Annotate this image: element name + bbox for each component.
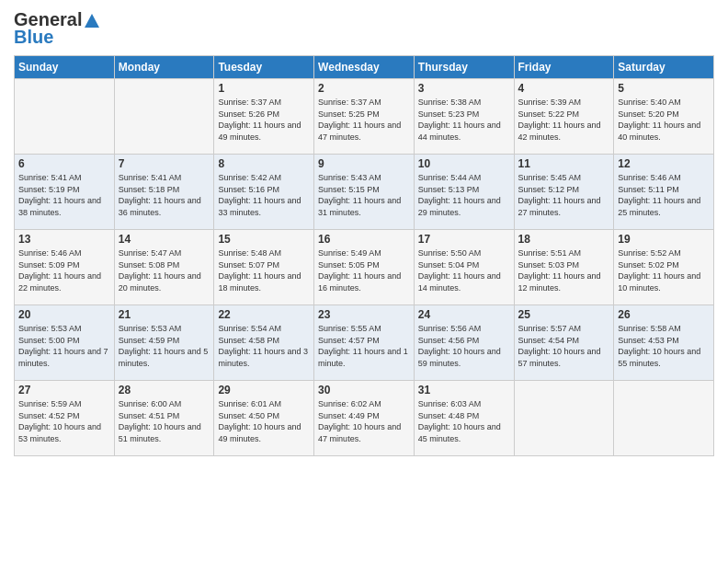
calendar-cell: 7Sunrise: 5:41 AM Sunset: 5:18 PM Daylig… bbox=[114, 155, 214, 230]
day-number: 21 bbox=[119, 308, 210, 321]
day-number: 20 bbox=[18, 308, 110, 321]
calendar-cell: 15Sunrise: 5:48 AM Sunset: 5:07 PM Dayli… bbox=[214, 230, 314, 305]
calendar-cell bbox=[15, 79, 115, 155]
cell-content: Sunrise: 5:49 AM Sunset: 5:05 PM Dayligh… bbox=[318, 247, 410, 293]
calendar-table: SundayMondayTuesdayWednesdayThursdayFrid… bbox=[14, 55, 714, 456]
calendar-cell: 30Sunrise: 6:02 AM Sunset: 4:49 PM Dayli… bbox=[314, 381, 415, 456]
week-row-3: 13Sunrise: 5:46 AM Sunset: 5:09 PM Dayli… bbox=[15, 230, 714, 305]
week-row-4: 20Sunrise: 5:53 AM Sunset: 5:00 PM Dayli… bbox=[15, 305, 714, 381]
cell-content: Sunrise: 5:47 AM Sunset: 5:08 PM Dayligh… bbox=[119, 247, 210, 293]
cell-content: Sunrise: 5:50 AM Sunset: 5:04 PM Dayligh… bbox=[418, 247, 510, 293]
week-row-1: 1Sunrise: 5:37 AM Sunset: 5:26 PM Daylig… bbox=[15, 79, 714, 155]
calendar-cell bbox=[614, 381, 714, 456]
cell-content: Sunrise: 5:48 AM Sunset: 5:07 PM Dayligh… bbox=[218, 247, 310, 293]
cell-content: Sunrise: 5:54 AM Sunset: 4:58 PM Dayligh… bbox=[218, 323, 310, 369]
cell-content: Sunrise: 6:03 AM Sunset: 4:48 PM Dayligh… bbox=[418, 398, 510, 444]
week-row-5: 27Sunrise: 5:59 AM Sunset: 4:52 PM Dayli… bbox=[15, 381, 714, 456]
cell-content: Sunrise: 5:53 AM Sunset: 5:00 PM Dayligh… bbox=[18, 323, 110, 369]
day-number: 5 bbox=[618, 82, 710, 95]
logo-triangle-icon bbox=[83, 11, 101, 29]
cell-content: Sunrise: 6:00 AM Sunset: 4:51 PM Dayligh… bbox=[119, 398, 210, 444]
calendar-cell bbox=[114, 79, 214, 155]
calendar-cell: 13Sunrise: 5:46 AM Sunset: 5:09 PM Dayli… bbox=[15, 230, 115, 305]
calendar-cell: 31Sunrise: 6:03 AM Sunset: 4:48 PM Dayli… bbox=[414, 381, 514, 456]
calendar-cell: 19Sunrise: 5:52 AM Sunset: 5:02 PM Dayli… bbox=[614, 230, 714, 305]
calendar-cell: 3Sunrise: 5:38 AM Sunset: 5:23 PM Daylig… bbox=[414, 79, 514, 155]
cell-content: Sunrise: 5:39 AM Sunset: 5:22 PM Dayligh… bbox=[518, 97, 610, 143]
calendar-cell: 9Sunrise: 5:43 AM Sunset: 5:15 PM Daylig… bbox=[314, 155, 415, 230]
day-number: 15 bbox=[218, 233, 310, 246]
calendar-cell: 12Sunrise: 5:46 AM Sunset: 5:11 PM Dayli… bbox=[614, 155, 714, 230]
calendar-cell: 17Sunrise: 5:50 AM Sunset: 5:04 PM Dayli… bbox=[414, 230, 514, 305]
day-number: 23 bbox=[318, 308, 410, 321]
cell-content: Sunrise: 5:46 AM Sunset: 5:11 PM Dayligh… bbox=[618, 172, 710, 218]
day-number: 16 bbox=[318, 233, 410, 246]
calendar-cell: 10Sunrise: 5:44 AM Sunset: 5:13 PM Dayli… bbox=[414, 155, 514, 230]
day-number: 30 bbox=[318, 384, 410, 396]
calendar-cell: 23Sunrise: 5:55 AM Sunset: 4:57 PM Dayli… bbox=[314, 305, 415, 381]
cell-content: Sunrise: 5:53 AM Sunset: 4:59 PM Dayligh… bbox=[119, 323, 210, 369]
calendar-cell: 4Sunrise: 5:39 AM Sunset: 5:22 PM Daylig… bbox=[514, 79, 614, 155]
day-number: 22 bbox=[218, 308, 310, 321]
header: General Blue bbox=[14, 9, 714, 48]
col-header-tuesday: Tuesday bbox=[214, 56, 314, 79]
cell-content: Sunrise: 5:52 AM Sunset: 5:02 PM Dayligh… bbox=[618, 247, 710, 293]
day-number: 8 bbox=[218, 157, 310, 170]
calendar-cell: 27Sunrise: 5:59 AM Sunset: 4:52 PM Dayli… bbox=[15, 381, 115, 456]
day-number: 29 bbox=[218, 384, 310, 396]
day-number: 18 bbox=[518, 233, 610, 246]
svg-marker-0 bbox=[85, 14, 99, 28]
calendar-cell: 1Sunrise: 5:37 AM Sunset: 5:26 PM Daylig… bbox=[214, 79, 314, 155]
day-number: 9 bbox=[318, 157, 410, 170]
cell-content: Sunrise: 5:44 AM Sunset: 5:13 PM Dayligh… bbox=[418, 172, 510, 218]
page-container: General Blue SundayMondayTuesdayWednesda… bbox=[0, 0, 728, 465]
col-header-friday: Friday bbox=[514, 56, 614, 79]
day-number: 3 bbox=[418, 82, 510, 95]
cell-content: Sunrise: 5:55 AM Sunset: 4:57 PM Dayligh… bbox=[318, 323, 410, 369]
cell-content: Sunrise: 6:01 AM Sunset: 4:50 PM Dayligh… bbox=[218, 398, 310, 444]
cell-content: Sunrise: 5:41 AM Sunset: 5:19 PM Dayligh… bbox=[18, 172, 110, 218]
cell-content: Sunrise: 5:45 AM Sunset: 5:12 PM Dayligh… bbox=[518, 172, 610, 218]
day-number: 10 bbox=[418, 157, 510, 170]
cell-content: Sunrise: 5:57 AM Sunset: 4:54 PM Dayligh… bbox=[518, 323, 610, 369]
calendar-cell: 25Sunrise: 5:57 AM Sunset: 4:54 PM Dayli… bbox=[514, 305, 614, 381]
day-number: 7 bbox=[119, 157, 210, 170]
day-number: 11 bbox=[518, 157, 610, 170]
day-number: 31 bbox=[418, 384, 510, 396]
day-number: 4 bbox=[518, 82, 610, 95]
day-number: 17 bbox=[418, 233, 510, 246]
cell-content: Sunrise: 5:37 AM Sunset: 5:26 PM Dayligh… bbox=[218, 97, 310, 143]
col-header-thursday: Thursday bbox=[414, 56, 514, 79]
calendar-cell: 14Sunrise: 5:47 AM Sunset: 5:08 PM Dayli… bbox=[114, 230, 214, 305]
calendar-cell: 28Sunrise: 6:00 AM Sunset: 4:51 PM Dayli… bbox=[114, 381, 214, 456]
cell-content: Sunrise: 5:59 AM Sunset: 4:52 PM Dayligh… bbox=[18, 398, 110, 444]
cell-content: Sunrise: 5:40 AM Sunset: 5:20 PM Dayligh… bbox=[618, 97, 710, 143]
calendar-cell: 8Sunrise: 5:42 AM Sunset: 5:16 PM Daylig… bbox=[214, 155, 314, 230]
day-number: 26 bbox=[618, 308, 710, 321]
logo: General Blue bbox=[14, 9, 102, 48]
calendar-cell bbox=[514, 381, 614, 456]
col-header-monday: Monday bbox=[114, 56, 214, 79]
calendar-cell: 16Sunrise: 5:49 AM Sunset: 5:05 PM Dayli… bbox=[314, 230, 415, 305]
cell-content: Sunrise: 5:58 AM Sunset: 4:53 PM Dayligh… bbox=[618, 323, 710, 369]
col-header-saturday: Saturday bbox=[614, 56, 714, 79]
cell-content: Sunrise: 5:56 AM Sunset: 4:56 PM Dayligh… bbox=[418, 323, 510, 369]
day-number: 6 bbox=[18, 157, 110, 170]
cell-content: Sunrise: 5:41 AM Sunset: 5:18 PM Dayligh… bbox=[119, 172, 210, 218]
calendar-cell: 11Sunrise: 5:45 AM Sunset: 5:12 PM Dayli… bbox=[514, 155, 614, 230]
calendar-cell: 5Sunrise: 5:40 AM Sunset: 5:20 PM Daylig… bbox=[614, 79, 714, 155]
calendar-cell: 26Sunrise: 5:58 AM Sunset: 4:53 PM Dayli… bbox=[614, 305, 714, 381]
logo-blue: Blue bbox=[14, 27, 53, 48]
day-number: 2 bbox=[318, 82, 410, 95]
calendar-cell: 6Sunrise: 5:41 AM Sunset: 5:19 PM Daylig… bbox=[15, 155, 115, 230]
cell-content: Sunrise: 5:43 AM Sunset: 5:15 PM Dayligh… bbox=[318, 172, 410, 218]
cell-content: Sunrise: 5:46 AM Sunset: 5:09 PM Dayligh… bbox=[18, 247, 110, 293]
cell-content: Sunrise: 5:51 AM Sunset: 5:03 PM Dayligh… bbox=[518, 247, 610, 293]
calendar-cell: 2Sunrise: 5:37 AM Sunset: 5:25 PM Daylig… bbox=[314, 79, 415, 155]
col-header-wednesday: Wednesday bbox=[314, 56, 415, 79]
week-row-2: 6Sunrise: 5:41 AM Sunset: 5:19 PM Daylig… bbox=[15, 155, 714, 230]
calendar-cell: 22Sunrise: 5:54 AM Sunset: 4:58 PM Dayli… bbox=[214, 305, 314, 381]
cell-content: Sunrise: 5:37 AM Sunset: 5:25 PM Dayligh… bbox=[318, 97, 410, 143]
calendar-cell: 20Sunrise: 5:53 AM Sunset: 5:00 PM Dayli… bbox=[15, 305, 115, 381]
day-number: 19 bbox=[618, 233, 710, 246]
